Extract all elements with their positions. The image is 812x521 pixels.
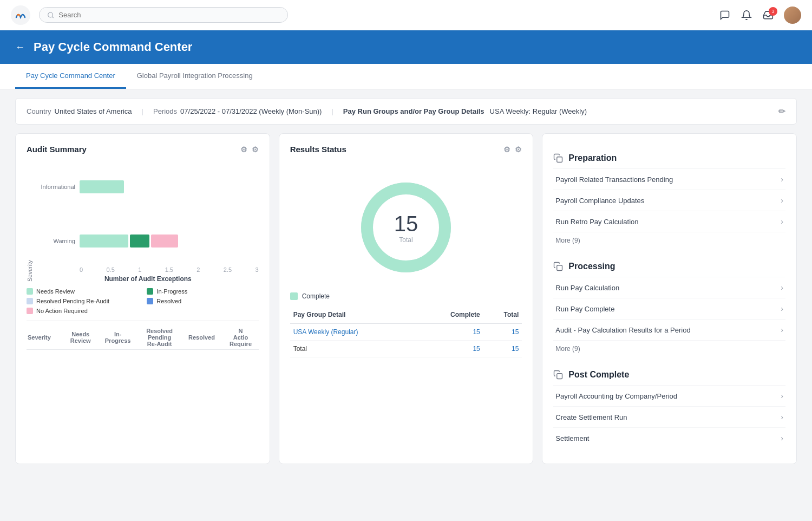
post-complete-header: Post Complete bbox=[553, 361, 785, 385]
total-value-1[interactable]: 15 bbox=[483, 323, 522, 341]
inbox-icon[interactable]: 3 bbox=[762, 9, 774, 21]
chevron-icon-9: › bbox=[781, 434, 783, 442]
svg-rect-5 bbox=[557, 157, 562, 162]
processing-header: Processing bbox=[553, 253, 785, 277]
inbox-badge: 3 bbox=[769, 7, 777, 16]
periods-value: 07/25/2022 - 07/31/2022 (Weekly (Mon-Sun… bbox=[180, 107, 322, 115]
chevron-icon-4: › bbox=[781, 283, 783, 292]
proc-item-2[interactable]: Run Pay Complete › bbox=[553, 298, 785, 319]
prep-item-2[interactable]: Payroll Compliance Updates › bbox=[553, 190, 785, 211]
legend-needs-review: Needs Review bbox=[27, 288, 138, 295]
periods-label: Periods bbox=[153, 107, 177, 115]
processing-icon bbox=[553, 262, 563, 271]
post-complete-section: Post Complete Payroll Accounting by Comp… bbox=[553, 361, 785, 448]
nav-icons: 3 bbox=[719, 6, 801, 24]
search-input[interactable] bbox=[58, 11, 280, 19]
bar-seg-informational-needs-review bbox=[80, 180, 124, 193]
chevron-icon-6: › bbox=[781, 325, 783, 334]
workday-logo bbox=[11, 5, 30, 25]
tab-pay-cycle[interactable]: Pay Cycle Command Center bbox=[15, 64, 126, 89]
status-table: Pay Group Detail Complete Total USA Week… bbox=[290, 307, 522, 357]
user-avatar[interactable] bbox=[784, 6, 801, 24]
svg-rect-6 bbox=[557, 265, 562, 271]
table-row-total: Total 15 15 bbox=[290, 341, 522, 357]
proc-more[interactable]: More (9) bbox=[553, 340, 785, 357]
prep-more[interactable]: More (9) bbox=[553, 232, 785, 249]
post-complete-icon bbox=[553, 370, 563, 380]
tabs-bar: Pay Cycle Command Center Global Payroll … bbox=[0, 64, 812, 89]
legend-in-progress: In-Progress bbox=[147, 288, 258, 295]
tab-global-payroll[interactable]: Global Payroll Integration Processing bbox=[126, 64, 264, 89]
donut-chart: 15 Total bbox=[290, 162, 522, 292]
main-content: Audit Summary ⚙ ⚙ Severity Informational bbox=[0, 133, 812, 479]
svg-point-0 bbox=[11, 5, 30, 25]
pay-run-label: Pay Run Groups and/or Pay Group Details bbox=[343, 107, 484, 115]
chevron-icon-2: › bbox=[781, 196, 783, 205]
country-label: Country bbox=[27, 107, 51, 115]
donut-total: 15 bbox=[394, 212, 418, 236]
legend-resolved: Resolved bbox=[147, 298, 258, 304]
proc-item-1[interactable]: Run Pay Calculation › bbox=[553, 277, 785, 298]
page-header: ← Pay Cycle Command Center bbox=[0, 30, 812, 64]
notification-icon[interactable] bbox=[741, 9, 752, 21]
settings-icon[interactable]: ⚙ bbox=[252, 145, 259, 154]
results-settings-icon[interactable]: ⚙ bbox=[515, 145, 522, 154]
preparation-section: Preparation Payroll Related Transactions… bbox=[553, 145, 785, 249]
search-bar[interactable] bbox=[39, 7, 288, 23]
bar-label-warning: Warning bbox=[37, 238, 75, 244]
legend-resolved-pending: Resolved Pending Re-Audit bbox=[27, 298, 138, 304]
x-axis-title: Number of Audit Exceptions bbox=[37, 275, 259, 283]
chevron-icon-3: › bbox=[781, 217, 783, 226]
preparation-header: Preparation bbox=[553, 145, 785, 168]
post-item-1[interactable]: Payroll Accounting by Company/Period › bbox=[553, 385, 785, 406]
top-nav: 3 bbox=[0, 0, 812, 30]
bar-label-informational: Informational bbox=[37, 184, 75, 190]
bar-row-informational: Informational bbox=[37, 176, 259, 198]
bar-seg-warning-in-progress bbox=[130, 235, 149, 248]
prep-item-1[interactable]: Payroll Related Transactions Pending › bbox=[553, 168, 785, 190]
filter-bar: Country United States of America | Perio… bbox=[15, 98, 797, 125]
complete-total[interactable]: 15 bbox=[418, 341, 483, 357]
search-icon bbox=[47, 11, 54, 19]
prep-item-3[interactable]: Run Retro Pay Calculation › bbox=[553, 211, 785, 232]
svg-rect-7 bbox=[557, 374, 562, 379]
audit-summary-card: Audit Summary ⚙ ⚙ Severity Informational bbox=[15, 133, 270, 464]
results-status-card: Results Status ⚙ ⚙ 15 Total Complete bbox=[279, 133, 534, 464]
complete-value-1[interactable]: 15 bbox=[418, 323, 483, 341]
processing-title: Processing bbox=[568, 262, 615, 271]
bar-row-warning: Warning bbox=[37, 230, 259, 252]
results-status-title: Results Status ⚙ ⚙ bbox=[290, 145, 522, 154]
audit-title-icons: ⚙ ⚙ bbox=[240, 145, 259, 154]
post-item-2[interactable]: Create Settlement Run › bbox=[553, 406, 785, 427]
proc-item-3[interactable]: Audit - Pay Calculation Results for a Pe… bbox=[553, 319, 785, 340]
chevron-icon-7: › bbox=[781, 392, 783, 400]
donut-label: Total bbox=[399, 236, 412, 244]
total-label: Total bbox=[290, 341, 418, 357]
post-complete-title: Post Complete bbox=[568, 370, 629, 380]
pay-group-link[interactable]: USA Weekly (Regular) bbox=[290, 323, 418, 341]
edit-filter-icon[interactable]: ✏ bbox=[778, 106, 785, 116]
results-filter-icon[interactable]: ⚙ bbox=[503, 145, 510, 154]
chevron-icon-5: › bbox=[781, 304, 783, 313]
legend-no-action: No Action Required bbox=[27, 308, 138, 314]
status-legend: Complete bbox=[290, 292, 522, 300]
back-button[interactable]: ← bbox=[15, 42, 25, 53]
audit-chart: Severity Informational Warning bbox=[27, 162, 259, 282]
filter-adjust-icon[interactable]: ⚙ bbox=[240, 145, 247, 154]
table-row: USA Weekly (Regular) 15 15 bbox=[290, 323, 522, 341]
total-total[interactable]: 15 bbox=[483, 341, 522, 357]
chat-icon[interactable] bbox=[719, 9, 731, 21]
complete-label: Complete bbox=[302, 292, 330, 300]
processing-section: Processing Run Pay Calculation › Run Pay… bbox=[553, 253, 785, 357]
right-panel-card: Preparation Payroll Related Transactions… bbox=[542, 133, 797, 464]
chevron-icon-1: › bbox=[781, 175, 783, 184]
pay-run-value: USA Weekly: Regular (Weekly) bbox=[490, 107, 587, 115]
preparation-icon bbox=[553, 153, 563, 163]
country-value: United States of America bbox=[55, 107, 132, 115]
page-title: Pay Cycle Command Center bbox=[34, 40, 192, 54]
bar-seg-warning-needs-review bbox=[80, 235, 128, 248]
post-item-3[interactable]: Settlement › bbox=[553, 427, 785, 448]
y-axis-label: Severity bbox=[27, 162, 33, 282]
bar-seg-warning-no-action bbox=[151, 235, 178, 248]
chevron-icon-8: › bbox=[781, 413, 783, 421]
